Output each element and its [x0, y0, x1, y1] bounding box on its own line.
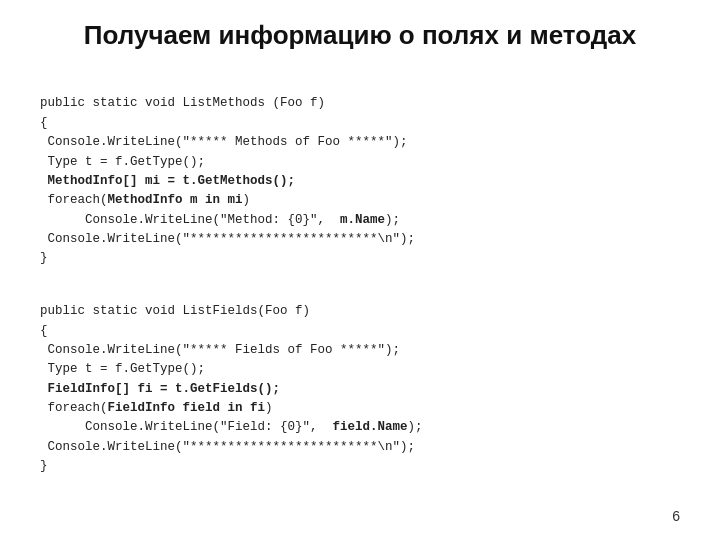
slide-title: Получаем информацию о полях и методах	[40, 20, 680, 51]
code-line: Type t = f.GetType();	[40, 362, 205, 376]
code-line: FieldInfo[] fi = t.GetFields();	[40, 382, 280, 396]
code-line: Type t = f.GetType();	[40, 155, 205, 169]
code-line: Console.WriteLine("*********************…	[40, 232, 415, 246]
code-line: Console.WriteLine("Method: {0}", m.Name)…	[40, 213, 400, 227]
code-line: Console.WriteLine("***** Methods of Foo …	[40, 135, 408, 149]
code-line: public static void ListFields(Foo f)	[40, 304, 310, 318]
code-line: MethodInfo[] mi = t.GetMethods();	[40, 174, 295, 188]
bold-code: MethodInfo m in mi	[108, 193, 243, 207]
bold-code: MethodInfo[] mi = t.GetMethods();	[48, 174, 296, 188]
code-line: foreach(MethodInfo m in mi)	[40, 193, 250, 207]
code-line: Console.WriteLine("Field: {0}", field.Na…	[40, 420, 423, 434]
code-line: public static void ListMethods (Foo f)	[40, 96, 325, 110]
bold-code: FieldInfo field in fi	[108, 401, 266, 415]
code-line: Console.WriteLine("***** Fields of Foo *…	[40, 343, 400, 357]
code-line: }	[40, 459, 48, 473]
bold-code: field.Name	[333, 420, 408, 434]
code-line: Console.WriteLine("*********************…	[40, 440, 415, 454]
code-line: {	[40, 116, 48, 130]
code-block: public static void ListMethods (Foo f) {…	[40, 75, 680, 269]
page-number: 6	[672, 508, 680, 524]
slide-page: Получаем информацию о полях и методах pu…	[0, 0, 720, 540]
bold-code: m.Name	[340, 213, 385, 227]
code-line: }	[40, 251, 48, 265]
section-gap	[40, 269, 680, 283]
code-line: {	[40, 324, 48, 338]
code-block-fields: public static void ListFields(Foo f) { C…	[40, 283, 680, 477]
bold-code: FieldInfo[] fi = t.GetFields();	[48, 382, 281, 396]
code-line: foreach(FieldInfo field in fi)	[40, 401, 273, 415]
